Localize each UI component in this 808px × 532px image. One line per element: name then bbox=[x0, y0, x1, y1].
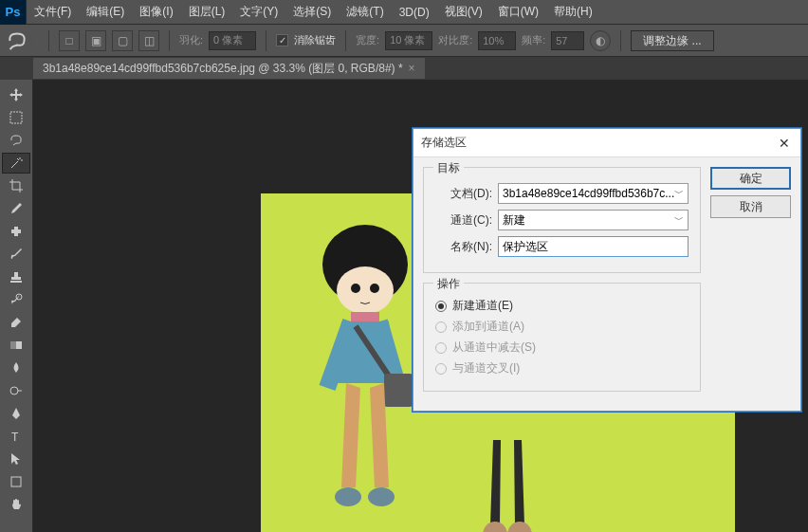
document-select[interactable]: 3b1a48e89ce14cd99ffbd536b7c... ﹀ bbox=[498, 183, 689, 204]
svg-point-16 bbox=[483, 522, 507, 532]
add-selection-icon[interactable]: ▣ bbox=[85, 30, 106, 51]
radio-add-label: 添加到通道(A) bbox=[452, 319, 524, 335]
toolbar: T bbox=[0, 80, 33, 532]
character-girl-legs bbox=[469, 440, 545, 532]
target-fieldset: 目标 文档(D): 3b1a48e89ce14cd99ffbd536b7c...… bbox=[423, 167, 701, 273]
cancel-button[interactable]: 取消 bbox=[710, 195, 791, 218]
menu-layer[interactable]: 图层(L) bbox=[181, 0, 233, 25]
svg-point-17 bbox=[507, 522, 532, 532]
refine-edge-button[interactable]: 调整边缘 ... bbox=[631, 30, 713, 51]
radio-add-channel bbox=[435, 321, 447, 333]
save-selection-dialog: 存储选区 ✕ 目标 文档(D): 3b1a48e89ce14cd99ffbd53… bbox=[413, 128, 801, 412]
target-legend: 目标 bbox=[433, 160, 464, 176]
eyedropper-tool-icon[interactable] bbox=[2, 198, 30, 219]
close-icon[interactable]: ✕ bbox=[776, 135, 793, 152]
tab-title: 3b1a48e89ce14cd99ffbd536b7cb625e.jpg @ 3… bbox=[43, 61, 403, 77]
freq-input[interactable] bbox=[551, 31, 584, 50]
hand-tool-icon[interactable] bbox=[2, 494, 30, 515]
svg-point-6 bbox=[10, 387, 18, 394]
gradient-tool-icon[interactable] bbox=[2, 335, 30, 356]
dodge-tool-icon[interactable] bbox=[2, 380, 30, 401]
channel-label: 通道(C): bbox=[435, 212, 492, 229]
healing-tool-icon[interactable] bbox=[2, 221, 30, 242]
width-label: 宽度: bbox=[356, 33, 379, 47]
svg-point-10 bbox=[337, 266, 394, 314]
menu-type[interactable]: 文字(Y) bbox=[232, 0, 285, 25]
magic-wand-tool-icon[interactable] bbox=[2, 153, 30, 174]
radio-int-channel bbox=[435, 363, 447, 375]
pen-pressure-icon[interactable]: ◐ bbox=[590, 30, 611, 51]
document-tab[interactable]: 3b1a48e89ce14cd99ffbd536b7cb625e.jpg @ 3… bbox=[33, 58, 425, 79]
crop-tool-icon[interactable] bbox=[2, 175, 30, 196]
antialias-label: 消除锯齿 bbox=[294, 33, 336, 47]
pen-tool-icon[interactable] bbox=[2, 403, 30, 424]
path-selection-tool-icon[interactable] bbox=[2, 449, 30, 469]
lasso-tool-icon[interactable] bbox=[2, 130, 30, 151]
stamp-tool-icon[interactable] bbox=[2, 266, 30, 287]
feather-input[interactable] bbox=[209, 31, 256, 50]
new-selection-icon[interactable]: □ bbox=[59, 30, 80, 51]
svg-point-12 bbox=[370, 284, 379, 293]
document-value: 3b1a48e89ce14cd99ffbd536b7c... bbox=[503, 187, 674, 200]
svg-text:T: T bbox=[11, 431, 19, 444]
dialog-titlebar[interactable]: 存储选区 ✕ bbox=[413, 129, 800, 157]
channel-value: 新建 bbox=[503, 212, 525, 229]
operation-legend: 操作 bbox=[433, 276, 464, 292]
width-input[interactable] bbox=[385, 31, 432, 50]
svg-rect-0 bbox=[10, 112, 22, 123]
svg-rect-8 bbox=[11, 477, 21, 486]
shape-tool-icon[interactable] bbox=[2, 471, 30, 492]
tab-close-icon[interactable]: × bbox=[409, 62, 415, 75]
menu-file[interactable]: 文件(F) bbox=[27, 0, 79, 25]
menu-3d[interactable]: 3D(D) bbox=[392, 0, 437, 25]
name-label: 名称(N): bbox=[435, 239, 492, 255]
svg-rect-2 bbox=[14, 227, 18, 236]
document-label: 文档(D): bbox=[435, 186, 492, 202]
svg-point-3 bbox=[16, 294, 22, 300]
subtract-selection-icon[interactable]: ▢ bbox=[112, 30, 133, 51]
freq-label: 频率: bbox=[522, 33, 545, 47]
history-brush-tool-icon[interactable] bbox=[2, 289, 30, 310]
menu-select[interactable]: 选择(S) bbox=[285, 0, 339, 25]
menu-filter[interactable]: 滤镜(T) bbox=[339, 0, 391, 25]
marquee-tool-icon[interactable] bbox=[2, 107, 30, 128]
channel-select[interactable]: 新建 ﹀ bbox=[498, 210, 689, 230]
move-tool-icon[interactable] bbox=[2, 84, 30, 105]
radio-sub-channel bbox=[435, 342, 447, 354]
svg-rect-13 bbox=[384, 374, 413, 407]
contrast-input[interactable] bbox=[478, 31, 516, 50]
antialias-checkbox[interactable]: ✓ bbox=[276, 34, 288, 46]
svg-point-15 bbox=[368, 487, 395, 506]
chevron-down-icon: ﹀ bbox=[674, 187, 684, 200]
brush-tool-icon[interactable] bbox=[2, 244, 30, 265]
svg-point-11 bbox=[351, 284, 360, 293]
svg-rect-5 bbox=[10, 341, 16, 349]
ps-logo: Ps bbox=[0, 0, 27, 25]
dialog-title: 存储选区 bbox=[421, 135, 467, 151]
ok-button[interactable]: 确定 bbox=[710, 167, 791, 190]
lasso-tool-icon[interactable] bbox=[6, 29, 28, 52]
radio-int-label: 与通道交叉(I) bbox=[452, 360, 520, 376]
character-boy bbox=[303, 222, 427, 525]
options-bar: ▾ □ ▣ ▢ ◫ 羽化: ✓ 消除锯齿 宽度: 对比度: 频率: ◐ 调整边缘… bbox=[0, 25, 808, 57]
document-tabbar: 3b1a48e89ce14cd99ffbd536b7cb625e.jpg @ 3… bbox=[0, 57, 808, 80]
contrast-label: 对比度: bbox=[438, 33, 472, 47]
radio-new-channel[interactable] bbox=[435, 301, 447, 312]
name-input[interactable] bbox=[498, 236, 689, 257]
type-tool-icon[interactable]: T bbox=[2, 426, 30, 447]
blur-tool-icon[interactable] bbox=[2, 358, 30, 378]
eraser-tool-icon[interactable] bbox=[2, 312, 30, 333]
menu-edit[interactable]: 编辑(E) bbox=[79, 0, 132, 25]
menu-help[interactable]: 帮助(H) bbox=[546, 0, 600, 25]
menu-image[interactable]: 图像(I) bbox=[132, 0, 180, 25]
feather-label: 羽化: bbox=[179, 33, 203, 47]
menu-window[interactable]: 窗口(W) bbox=[490, 0, 546, 25]
menu-view[interactable]: 视图(V) bbox=[437, 0, 490, 25]
radio-new-label: 新建通道(E) bbox=[452, 298, 513, 314]
tool-dropdown-icon[interactable]: ▾ bbox=[34, 35, 39, 46]
operation-fieldset: 操作 新建通道(E) 添加到通道(A) 从通道中减去(S) 与通道交叉(I) bbox=[423, 283, 701, 392]
radio-sub-label: 从通道中减去(S) bbox=[452, 339, 536, 356]
svg-point-14 bbox=[335, 487, 361, 506]
chevron-down-icon: ﹀ bbox=[674, 213, 684, 227]
intersect-selection-icon[interactable]: ◫ bbox=[138, 30, 159, 51]
